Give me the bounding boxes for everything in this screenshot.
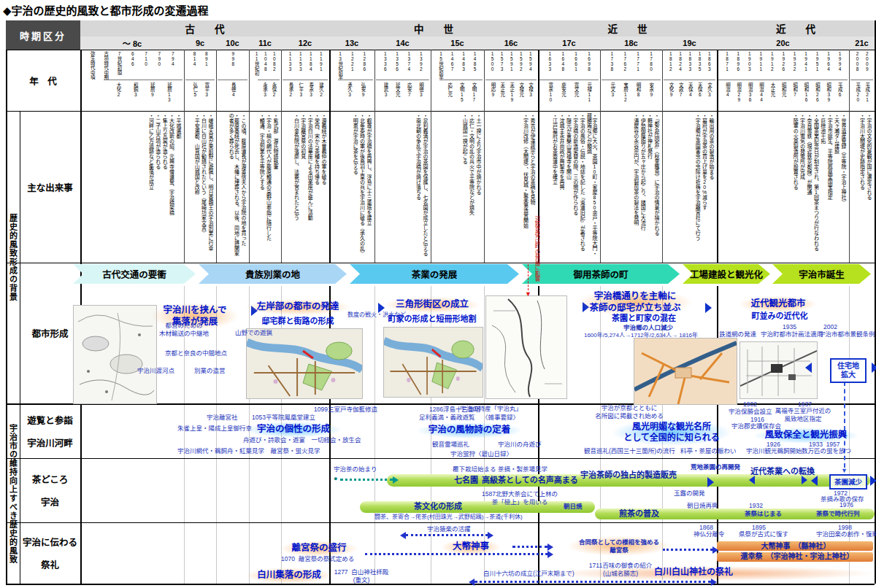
excursion-annotation: 料亭・茶屋の賑わい — [680, 447, 737, 455]
festival-annotation: 宇治田楽の創作・復興 — [816, 530, 876, 538]
map-thumbnail — [634, 338, 737, 405]
row-label-tea-1: 茶どころ — [32, 472, 69, 486]
urban-annotation: 宇治郷の人口減少 — [623, 324, 673, 332]
event-item: ・宇治川改修〈太閤堤〉、伏見城・聚楽第造営開始 — [523, 113, 528, 260]
excursion-annotation: 舟遊び・詩歌会・遊宴 一切経会・放生会 — [243, 436, 361, 444]
tea-annotation: 1976 — [840, 501, 853, 509]
event-item: ・巨椋池干拓 — [820, 113, 825, 260]
urban-annotation: 1600年/5,274人→1712年/2,634人→ 1816年 — [584, 332, 698, 339]
timeline-band — [360, 501, 595, 513]
era-year: 1994 — [837, 51, 842, 71]
map-thumbnail — [383, 327, 483, 398]
tea-annotation: 茶摘・製茶場見学 — [498, 465, 548, 473]
excursion-annotation: 宇治離宮社 — [207, 414, 238, 422]
era-name: 昭和元 — [781, 82, 786, 97]
era-year: 1738 — [609, 51, 614, 71]
century-boundary — [184, 50, 185, 263]
era-years: 15001573159115921594 — [485, 51, 537, 79]
tea-annotation: 茶祭で時代行列 — [816, 510, 860, 518]
era-names: 平成20平成21 — [850, 82, 874, 109]
event-item: ・明恵が宇治に茶を伝える — [353, 113, 358, 260]
arrow — [340, 479, 393, 481]
era-name: 文化9 — [669, 82, 674, 97]
era-divider — [185, 80, 215, 80]
era-name: 仁平3 — [298, 82, 303, 97]
excursion-annotation: 宇治保勝会設立 — [729, 408, 772, 416]
era-name: 寿永3 — [308, 82, 313, 97]
grid-line — [6, 263, 875, 263]
century-header: 15c — [431, 36, 484, 50]
era-year: 1951 — [815, 51, 820, 71]
era-year: 1863 — [707, 51, 712, 71]
urban-annotation: 宇治橋通りを主軸に 茶師の邸宅が立ち並ぶ — [577, 289, 692, 316]
era-year: 1648 — [560, 51, 565, 71]
urban-annotation: 宇治町都市計画法適用 — [761, 330, 823, 339]
era-names: 大化2和銅3延暦9延暦13 — [104, 82, 183, 109]
era-name: 和銅3 — [133, 82, 138, 97]
festival-annotation: 1070 離宮祭の祭式定める — [281, 555, 354, 563]
festival-annotation: 1277 白山神社拝殿 (重文) — [334, 568, 389, 584]
era-year: 1573 — [499, 51, 504, 71]
urban-annotation: 三角形街区の成立 — [384, 297, 480, 313]
event-item: ・宇治郷が茶園害虫の虫除け祈祷を宇治離宮社にて行う — [695, 113, 700, 260]
era-divider — [258, 80, 280, 80]
header-period-division: 時期区分 — [6, 20, 80, 50]
event-item: ・幕府が宇治茶の買上げ量を20%減らす — [702, 113, 707, 260]
event-item: ・宇治郷に大火、茶園10町・家屋850余戸・平等院大門・蔵勝庵などが類焼 — [586, 113, 597, 260]
century-boundary — [216, 50, 217, 263]
event-item: ・応仁・文明の乱の兵火で平等院などが焼失 — [469, 113, 474, 260]
event-item: ・陸軍の火薬製造所が設置される — [793, 113, 798, 260]
grid-line — [6, 50, 875, 50]
era-names: 明治4明治29明治36明治44大正元昭和元昭和7昭和16昭和26昭和39平成6 — [718, 82, 848, 109]
event-item: ・源義経が木曽義仲の軍を破る — [321, 113, 326, 260]
event-item: ・足利義満が宇治の茶園を保護し、七名園が成立したと伝える — [423, 113, 428, 260]
event-item: ・江戸幕府がお茶壺道中を確立 — [552, 113, 557, 260]
event-item: ・嵯峨天皇が栗前野に遊猟し、明日香親王の宇治別業に行幸 — [208, 113, 213, 260]
era-name: 天保4 — [688, 82, 693, 97]
era-name: 延暦13 — [166, 82, 172, 102]
phase-chevron: 茶業の発展 — [350, 264, 519, 284]
period-header: 中 世 — [329, 20, 538, 36]
era-names: 文化9文政7天保4天保6文久3 — [664, 82, 716, 109]
tea-annotation: 朝日焼再興 — [687, 502, 718, 510]
events-cell: ・足利義満が宇治の茶園を保護し、七名園が成立したと伝える・南北朝の争乱で宇治橋が… — [376, 113, 429, 260]
era-year: 1221 — [350, 51, 355, 71]
era-name: 明治44 — [758, 82, 764, 102]
century-header: 21c — [849, 36, 875, 50]
era-year: 1833 — [687, 51, 692, 71]
excursion-annotation: 宇治の特産「宇治丸」 — [460, 405, 522, 413]
era-year: 1932 — [792, 51, 797, 71]
era-year: 1941 — [803, 51, 808, 71]
urban-annotation: 宇治川渡河点 — [137, 367, 174, 375]
urban-annotation: 山野での遊猟 — [235, 329, 272, 337]
era-year: 1661 — [573, 51, 578, 71]
events-cell: ・この頃、藤原道長が源重信夫人から宇治院の地を買った・藤原基経が死去し、木幡に埋… — [218, 113, 247, 260]
row-label-festival-2: 祭礼 — [41, 557, 59, 571]
excursion-annotation: 宇治川網代・鵜飼舟・紅葉見学 離宮祭・蛍火見学 — [177, 447, 320, 455]
tea-annotation: 覆下栽培始まる — [453, 465, 496, 473]
period-header: 近 代 — [717, 20, 875, 36]
festival-annotation: 1711百味の御食の紹介 (山城名勝志) — [589, 562, 652, 577]
event-item: ・淀城主永井尚政が興聖寺を再興 — [559, 113, 564, 260]
excursion-annotation: 風光明媚な観光名所 として全国的に知られる — [612, 419, 731, 446]
event-item: ・大化改新の詔。元興寺僧道登、宇治橋架橋 — [169, 113, 174, 260]
row-label-excursion-2: 宇治川河畔 — [27, 436, 73, 449]
urban-annotation: 河筋変化は町の発展に影響 — [534, 216, 539, 282]
era-names: 長徳4 — [218, 82, 248, 109]
excursion-annotation: 宇治川の舟遊び — [498, 441, 542, 449]
excursion-annotation: 宇治蛍狩〈碧山日録〉 — [450, 450, 512, 458]
era-year: 2008 — [855, 51, 860, 71]
festival-annotation: 白川十六坊の成立(江戸末期まで) — [483, 570, 575, 578]
event-item: ・白川に白山社が勧請されたという〈尾崎坊家文書〉 — [201, 113, 206, 260]
tea-annotation: 七名園 — [454, 476, 478, 486]
arrow — [512, 546, 548, 548]
grid-line — [6, 111, 875, 112]
urban-annotation: 宇治市都市景観条例 — [819, 330, 875, 339]
era-name: 大化2 — [116, 82, 121, 97]
era-name: 文明15 — [459, 82, 464, 102]
era-name: 昭和26 — [815, 82, 820, 102]
excursion-annotation: 宇治川観光鵜飼開始 — [746, 447, 802, 455]
era-year: 1896 — [735, 51, 740, 71]
era-name: 永保2 — [272, 82, 277, 97]
festival-annotation: 神仏分離令 — [694, 530, 725, 538]
